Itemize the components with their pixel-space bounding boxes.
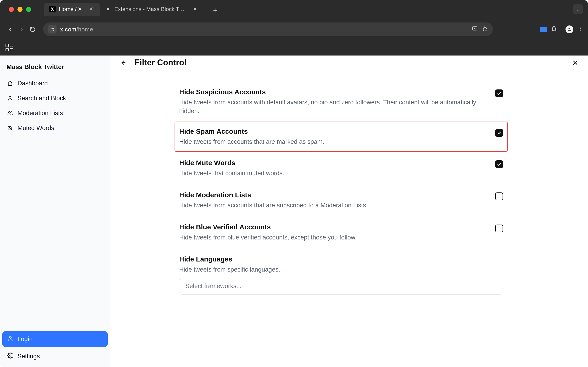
extension-indicator-icon[interactable] (540, 27, 547, 32)
svg-point-10 (9, 336, 11, 338)
tab-close-button[interactable]: ✕ (89, 6, 93, 12)
sidebar-item-dashboard[interactable]: Dashboard (2, 76, 108, 91)
svg-point-9 (10, 111, 12, 113)
page: Mass Block Twitter Dashboard Search and … (0, 56, 588, 367)
close-button[interactable]: ✕ (571, 58, 580, 67)
filter-checkbox-mute-words[interactable] (495, 160, 503, 168)
bookmark-star-icon[interactable] (482, 26, 488, 33)
window-minimize-button[interactable] (17, 7, 23, 12)
users-icon (7, 110, 13, 117)
apps-grid-icon[interactable] (6, 44, 13, 52)
svg-point-6 (580, 30, 581, 31)
new-tab-button[interactable]: ＋ (210, 5, 221, 16)
filter-description: Hide tweets from accounts that are subsc… (179, 201, 488, 210)
kebab-menu-icon[interactable] (578, 26, 583, 33)
browser-chrome: 𝕏 Home / X ✕ ✦ Extensions - Mass Block T… (0, 0, 588, 56)
tab-close-button[interactable]: ✕ (193, 6, 197, 12)
filter-description: Hide tweets from blue verified accounts,… (179, 233, 488, 242)
svg-point-11 (10, 355, 11, 357)
sidebar-nav: Dashboard Search and Block Moderation Li… (2, 76, 108, 135)
settings-label: Settings (17, 353, 40, 360)
svg-point-7 (9, 96, 11, 98)
bookmarks-bar (0, 40, 588, 56)
main-content: Filter Control ✕ Hide Suspicious Account… (110, 56, 588, 367)
filter-description: Hide tweets from specific languages. (179, 265, 503, 274)
window-close-button[interactable] (9, 7, 14, 12)
back-button[interactable] (119, 58, 128, 67)
site-settings-icon[interactable] (48, 25, 57, 33)
sidebar: Mass Block Twitter Dashboard Search and … (0, 56, 110, 367)
login-button[interactable]: Login (2, 331, 108, 347)
filter-row-mute-words: Hide Mute Words Hide tweets that contain… (174, 152, 508, 184)
filter-row-moderation-lists: Hide Moderation Lists Hide tweets from a… (174, 184, 508, 216)
toolbar-separator (561, 25, 561, 33)
svg-point-5 (580, 28, 581, 29)
home-icon (7, 80, 13, 87)
filter-title: Hide Moderation Lists (179, 191, 488, 199)
filter-title: Hide Suspicious Accounts (179, 88, 488, 96)
filter-row-spam: Hide Spam Accounts Hide tweets from acco… (174, 122, 508, 152)
toolbar: x.com/home (0, 21, 588, 38)
select-placeholder: Select frameworks... (185, 283, 242, 290)
sidebar-item-label: Muted Words (17, 125, 54, 132)
filter-checkbox-moderation-lists[interactable] (495, 192, 503, 200)
tab-title: Extensions - Mass Block Twit… (114, 6, 186, 12)
sidebar-item-moderation-lists[interactable]: Moderation Lists (2, 106, 108, 120)
sidebar-title: Mass Block Twitter (2, 61, 108, 76)
language-select[interactable]: Select frameworks... (179, 278, 503, 294)
profile-avatar-button[interactable] (565, 25, 573, 33)
filter-row-suspicious: Hide Suspicious Accounts Hide tweets fro… (174, 81, 508, 122)
page-header: Filter Control (119, 58, 187, 67)
sidebar-item-settings[interactable]: Settings (2, 349, 108, 364)
tab-separator (205, 5, 205, 13)
filter-row-languages: Hide Languages Hide tweets from specific… (174, 248, 508, 300)
svg-point-4 (580, 27, 581, 27)
omnibox[interactable]: x.com/home (43, 23, 493, 36)
nav-reload-button[interactable] (27, 24, 38, 35)
filter-title: Hide Blue Verified Accounts (179, 223, 488, 231)
filter-description: Hide tweets that contain muted words. (179, 169, 488, 178)
filter-title: Hide Languages (179, 255, 503, 263)
sidebar-item-label: Search and Block (17, 95, 66, 102)
tab-extensions[interactable]: ✦ Extensions - Mass Block Twit… ✕ (100, 3, 204, 16)
user-icon (7, 95, 13, 102)
login-label: Login (17, 336, 33, 343)
sidebar-item-label: Dashboard (17, 80, 48, 87)
tab-home-x[interactable]: 𝕏 Home / X ✕ (44, 3, 100, 16)
bell-off-icon (7, 125, 13, 131)
svg-point-8 (9, 111, 10, 113)
extensions-icon[interactable] (551, 26, 557, 33)
user-outline-icon (7, 335, 13, 343)
filter-title: Hide Spam Accounts (179, 127, 488, 135)
url-text: x.com/home (60, 26, 93, 33)
install-app-icon[interactable] (472, 26, 478, 33)
url-host: x.com (60, 26, 76, 33)
filter-row-blue-verified: Hide Blue Verified Accounts Hide tweets … (174, 216, 508, 248)
filter-checkbox-blue-verified[interactable] (495, 225, 503, 232)
window-controls (9, 7, 31, 12)
tabstrip: 𝕏 Home / X ✕ ✦ Extensions - Mass Block T… (44, 2, 221, 16)
filter-settings-panel: Hide Suspicious Accounts Hide tweets fro… (174, 81, 508, 300)
tab-title: Home / X (59, 6, 82, 12)
svg-point-1 (53, 30, 54, 31)
filter-description: Hide tweets from accounts that are marke… (179, 138, 488, 146)
filter-checkbox-suspicious[interactable] (495, 90, 503, 97)
svg-point-3 (569, 28, 570, 29)
window-zoom-button[interactable] (26, 7, 31, 12)
filter-title: Hide Mute Words (179, 159, 488, 167)
tabs-overflow-button[interactable]: ⌄ (573, 4, 583, 14)
filter-checkbox-spam[interactable] (495, 129, 503, 137)
page-title: Filter Control (135, 58, 187, 67)
sidebar-item-label: Moderation Lists (17, 110, 63, 117)
gear-icon (7, 352, 13, 360)
sidebar-item-muted-words[interactable]: Muted Words (2, 121, 108, 135)
url-path: /home (76, 26, 93, 33)
svg-point-0 (51, 28, 52, 29)
extension-favicon-icon: ✦ (105, 6, 111, 12)
filter-description: Hide tweets from accounts with default a… (179, 98, 488, 116)
x-favicon-icon: 𝕏 (49, 6, 56, 12)
nav-forward-button[interactable] (16, 24, 27, 35)
nav-back-button[interactable] (5, 24, 16, 35)
sidebar-item-search-block[interactable]: Search and Block (2, 91, 108, 106)
